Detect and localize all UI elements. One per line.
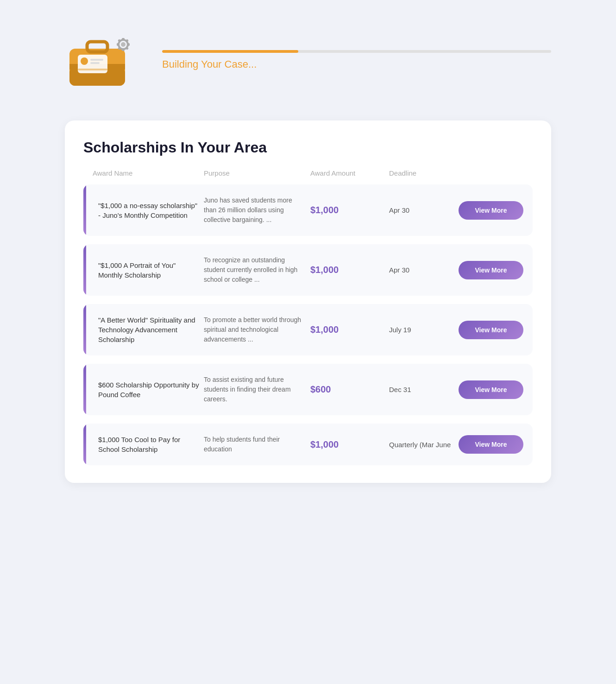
svg-rect-11 — [122, 38, 125, 41]
scholarship-purpose: To recognize an outstanding student curr… — [204, 255, 306, 285]
scholarship-name: "$1,000 a no-essay scholarship" - Juno's… — [93, 201, 199, 220]
table-header: Award Name Purpose Award Amount Deadline — [83, 169, 533, 184]
view-more-button[interactable]: View More — [459, 380, 523, 399]
svg-rect-13 — [117, 43, 119, 46]
scholarship-purpose: To assist existing and future students i… — [204, 375, 306, 404]
view-more-button[interactable]: View More — [459, 261, 523, 279]
progress-bar-fill — [162, 50, 298, 53]
table-row: "$1,000 a no-essay scholarship" - Juno's… — [83, 184, 533, 236]
scholarship-amount: $600 — [310, 384, 384, 395]
scholarship-amount: $1,000 — [310, 265, 384, 275]
svg-rect-8 — [78, 69, 107, 70]
svg-rect-2 — [87, 42, 107, 52]
col-award-amount: Award Amount — [310, 169, 384, 177]
scholarship-deadline: Quarterly (Mar June — [389, 441, 454, 449]
scholarship-name: "$1,000 A Portrait of You" Monthly Schol… — [93, 260, 199, 280]
svg-point-5 — [81, 57, 88, 65]
row-accent — [83, 304, 86, 355]
building-text: Building Your Case... — [162, 58, 551, 70]
col-purpose: Purpose — [204, 169, 306, 177]
header-text-area: Building Your Case... — [162, 50, 551, 70]
scholarship-purpose: To help students fund their education — [204, 435, 306, 454]
scholarship-name: $600 Scholarship Opportunity by Pound Co… — [93, 380, 199, 399]
scholarship-deadline: Apr 30 — [389, 206, 454, 214]
row-accent — [83, 424, 86, 465]
col-action — [459, 169, 523, 177]
card-title: Scholarships In Your Area — [83, 139, 533, 156]
scholarship-deadline: Apr 30 — [389, 266, 454, 274]
scholarship-purpose: To promote a better world through spirit… — [204, 315, 306, 344]
svg-rect-6 — [90, 59, 103, 61]
view-more-button[interactable]: View More — [459, 435, 523, 454]
col-award-name: Award Name — [93, 169, 199, 177]
svg-point-10 — [121, 42, 126, 47]
row-accent — [83, 364, 86, 415]
svg-rect-12 — [122, 48, 125, 51]
col-deadline: Deadline — [389, 169, 454, 177]
row-accent — [83, 184, 86, 236]
scholarship-rows-container: "$1,000 a no-essay scholarship" - Juno's… — [83, 184, 533, 465]
view-more-button[interactable]: View More — [459, 201, 523, 220]
table-row: "$1,000 A Portrait of You" Monthly Schol… — [83, 244, 533, 296]
scholarship-name: "A Better World" Spirituality and Techno… — [93, 315, 199, 344]
scholarship-amount: $1,000 — [310, 439, 384, 450]
svg-rect-14 — [127, 43, 130, 46]
svg-rect-7 — [90, 62, 100, 64]
header-icon — [65, 28, 148, 93]
scholarship-amount: $1,000 — [310, 324, 384, 335]
table-row: $1,000 Too Cool to Pay for School Schola… — [83, 424, 533, 465]
scholarship-deadline: July 19 — [389, 326, 454, 334]
scholarships-card: Scholarships In Your Area Award Name Pur… — [65, 120, 551, 483]
table-row: $600 Scholarship Opportunity by Pound Co… — [83, 364, 533, 415]
progress-bar — [162, 50, 551, 53]
table-row: "A Better World" Spirituality and Techno… — [83, 304, 533, 355]
view-more-button[interactable]: View More — [459, 321, 523, 339]
main-container: Building Your Case... Scholarships In Yo… — [65, 19, 551, 483]
header-section: Building Your Case... — [65, 19, 551, 102]
scholarship-name: $1,000 Too Cool to Pay for School Schola… — [93, 435, 199, 454]
scholarship-amount: $1,000 — [310, 205, 384, 215]
scholarship-deadline: Dec 31 — [389, 386, 454, 393]
scholarship-purpose: Juno has saved students more than 26 mil… — [204, 196, 306, 225]
row-accent — [83, 244, 86, 296]
